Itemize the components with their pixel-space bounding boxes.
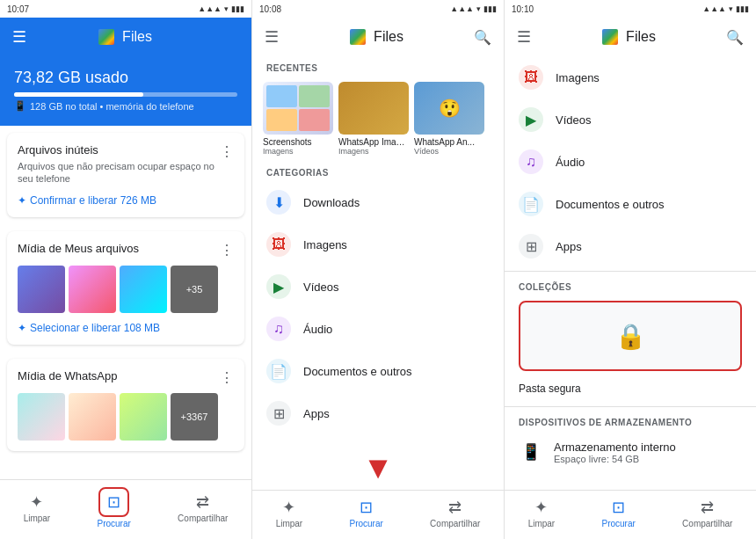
- share-label-3: Compartilhar: [682, 519, 732, 528]
- cat-label-audio: Áudio: [303, 323, 332, 336]
- nav-clean-2[interactable]: ✦ Limpar: [267, 498, 312, 528]
- cat-audio[interactable]: ♫ Áudio: [252, 308, 504, 350]
- cat-label-audio-3: Áudio: [556, 156, 585, 169]
- cat-docs[interactable]: 📄 Documentos e outros: [252, 350, 504, 392]
- nav-browse-1[interactable]: ⊡ Procurar: [88, 487, 139, 528]
- downloads-icon: ⬇: [266, 190, 291, 215]
- browse-highlight-1: ⊡: [98, 487, 129, 517]
- recent-whatsapp-video[interactable]: 😲 WhatsApp An... Vídeos: [414, 82, 484, 156]
- share-label-1: Compartilhar: [178, 514, 228, 523]
- search-icon-3[interactable]: 🔍: [726, 29, 744, 46]
- divider-3b: [505, 406, 756, 407]
- status-icons-1: ▲▲▲ ▾ ▮▮▮: [198, 4, 244, 13]
- whatsapp-title: Mídia de WhatsApp: [18, 369, 117, 382]
- menu-icon-3[interactable]: ☰: [517, 27, 531, 47]
- time-3: 10:10: [512, 4, 534, 14]
- lock-icon: 🔒: [615, 322, 646, 351]
- cat-label-images-3: Imagens: [556, 71, 600, 84]
- docs-icon: 📄: [266, 359, 291, 383]
- share-icon-2: ⇄: [448, 498, 462, 517]
- recent-title-2: WhatsApp An...: [414, 137, 484, 147]
- storage-label-3: DISPOSITIVOS DE ARMAZENAMENTO: [505, 411, 756, 431]
- top-bar-1: ☰ Files: [0, 18, 251, 56]
- recent-whatsapp-images[interactable]: WhatsApp Images Imagens: [338, 82, 409, 156]
- media-thumb-plus: +35: [171, 266, 218, 313]
- secure-folder-label-container: Pasta segura: [505, 376, 756, 403]
- browse-label-1: Procurar: [97, 519, 130, 528]
- search-icon-2[interactable]: 🔍: [474, 29, 491, 46]
- nav-share-2[interactable]: ⇄ Compartilhar: [421, 498, 489, 528]
- browse-icon-1: ⊡: [107, 493, 120, 511]
- cat-label-videos-3: Vídeos: [556, 113, 591, 127]
- cat-apps[interactable]: ⊞ Apps: [252, 392, 504, 434]
- nav-browse-3[interactable]: ⊡ Procurar: [592, 498, 643, 528]
- media-action[interactable]: ✦ Selecionar e liberar 108 MB: [18, 322, 234, 334]
- whatsapp-thumb-1: [18, 393, 65, 441]
- status-bar-1: 10:07 ▲▲▲ ▾ ▮▮▮: [0, 0, 251, 18]
- share-icon-1: ⇄: [196, 492, 209, 512]
- panel2-scroll: RECENTES Screenshots Imagens: [252, 56, 504, 490]
- battery-icon: ▮▮▮: [231, 4, 244, 13]
- media-thumb-1: [18, 266, 65, 313]
- app-title-1: Files: [98, 28, 152, 46]
- status-icons-2: ▲▲▲ ▾ ▮▮▮: [450, 4, 497, 13]
- files-logo-1: [98, 28, 115, 46]
- nav-clean-1[interactable]: ✦ Limpar: [15, 492, 60, 523]
- signal-icon-2: ▲▲▲: [450, 4, 474, 13]
- app-title-3: Files: [601, 28, 656, 46]
- storage-used: 73,82 GB usado: [14, 69, 237, 87]
- secure-folder-card[interactable]: 🔒: [519, 301, 742, 371]
- nav-share-1[interactable]: ⇄ Compartilhar: [169, 492, 236, 523]
- nav-share-3[interactable]: ⇄ Compartilhar: [673, 498, 741, 528]
- docs-icon-3: 📄: [519, 192, 543, 216]
- cat-audio-3[interactable]: ♫ Áudio: [505, 141, 756, 183]
- junk-subtitle: Arquivos que não precisam ocupar espaço …: [18, 160, 220, 186]
- top-bar-2: ☰ Files 🔍: [252, 18, 504, 56]
- junk-title: Arquivos inúteis: [18, 143, 220, 157]
- recent-sub-2: Vídeos: [414, 147, 484, 156]
- sparkle-icon-2: ✦: [18, 322, 26, 334]
- clean-icon-3: ✦: [534, 498, 548, 517]
- apps-icon: ⊞: [266, 401, 291, 426]
- cat-videos[interactable]: ▶ Vídeos: [252, 266, 504, 308]
- nav-clean-3[interactable]: ✦ Limpar: [520, 498, 564, 528]
- menu-icon-2[interactable]: ☰: [265, 27, 279, 47]
- panel-1: 10:07 ▲▲▲ ▾ ▮▮▮ ☰ Files 73,82 GB usado 📱…: [0, 0, 252, 539]
- whatsapp-menu-icon[interactable]: ⋮: [220, 369, 234, 386]
- junk-files-card: Arquivos inúteis Arquivos que não precis…: [7, 133, 244, 217]
- whatsapp-thumb-3: [120, 393, 167, 441]
- menu-icon-1[interactable]: ☰: [12, 27, 26, 47]
- nav-browse-2[interactable]: ⊡ Procurar: [340, 498, 391, 528]
- media-card: Mídia de Meus arquivos ⋮ +35 ✦ Seleciona…: [7, 231, 244, 345]
- cat-downloads[interactable]: ⬇ Downloads: [252, 181, 504, 223]
- browse-label-2: Procurar: [349, 519, 382, 528]
- status-icons-3: ▲▲▲ ▾ ▮▮▮: [702, 4, 749, 13]
- whatsapp-card: Mídia de WhatsApp ⋮ +3367: [7, 359, 244, 451]
- recent-screenshots[interactable]: Screenshots Imagens: [263, 82, 333, 156]
- collections-label: COLEÇÕES: [505, 275, 756, 295]
- cat-images-3[interactable]: 🖼 Imagens: [505, 56, 756, 98]
- cat-videos-3[interactable]: ▶ Vídeos: [505, 98, 756, 141]
- media-header: Mídia de Meus arquivos ⋮: [18, 242, 234, 259]
- cat-apps-3[interactable]: ⊞ Apps: [505, 225, 756, 267]
- scroll-arrow: ▼: [252, 446, 504, 490]
- junk-menu-icon[interactable]: ⋮: [220, 143, 234, 160]
- panel-2: 10:08 ▲▲▲ ▾ ▮▮▮ ☰ Files 🔍 RECENTES: [252, 0, 505, 539]
- share-icon-3: ⇄: [701, 498, 714, 517]
- screenshots-thumb: [263, 82, 333, 135]
- cat-docs-3[interactable]: 📄 Documentos e outros: [505, 183, 756, 225]
- bottom-nav-3: ✦ Limpar ⊡ Procurar ⇄ Compartilhar: [505, 490, 756, 539]
- browse-icon-2: ⊡: [360, 498, 373, 517]
- clean-label-2: Limpar: [276, 519, 303, 528]
- cat-images[interactable]: 🖼 Imagens: [252, 223, 504, 266]
- cat-label-docs: Documentos e outros: [303, 365, 412, 378]
- junk-action[interactable]: ✦ Confirmar e liberar 726 MB: [18, 194, 234, 207]
- images-icon-3: 🖼: [519, 65, 543, 90]
- media-menu-icon[interactable]: ⋮: [220, 242, 234, 259]
- recents-label: RECENTES: [252, 56, 504, 76]
- media-title: Mídia de Meus arquivos: [18, 242, 139, 255]
- audio-icon: ♫: [266, 317, 291, 341]
- storage-device-internal[interactable]: 📱 Armazenamento interno Espaço livre: 54…: [505, 431, 756, 473]
- time-2: 10:08: [259, 4, 281, 14]
- recent-sub-1: Imagens: [338, 147, 409, 156]
